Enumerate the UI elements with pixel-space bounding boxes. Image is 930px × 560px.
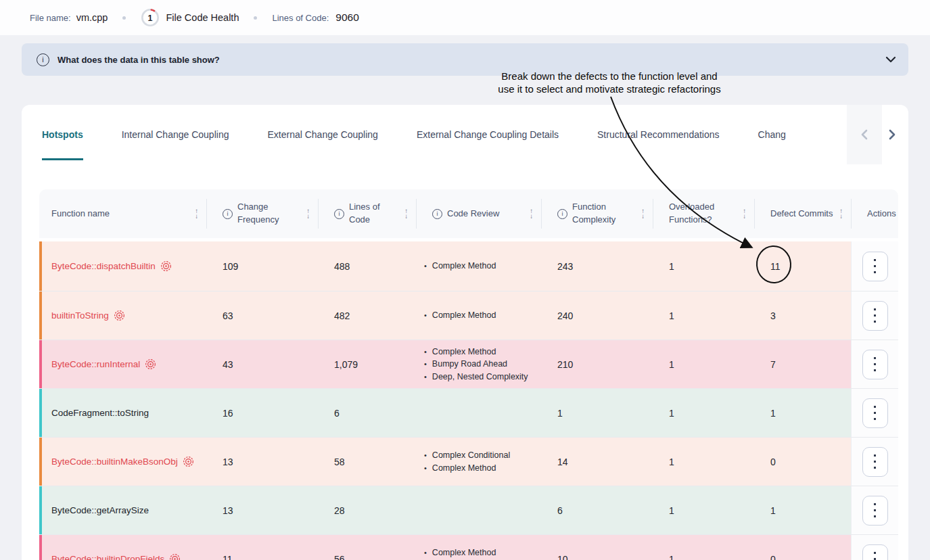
- code-review-issues: •Complex Method: [424, 310, 496, 321]
- row-actions-kebab-button[interactable]: [862, 252, 888, 281]
- code-review-cell: [416, 389, 541, 437]
- defect-commits-cell: 1: [754, 486, 851, 534]
- column-label-overloaded-functions: Overloaded Functions?: [669, 201, 734, 227]
- tab-external-change-coupling[interactable]: External Change Coupling: [267, 105, 377, 164]
- row-actions-kebab-button[interactable]: [862, 496, 888, 526]
- overloaded-functions-cell: 1: [653, 389, 754, 437]
- kebab-dot: [874, 321, 876, 323]
- function-name: CodeFragment::toString: [51, 408, 149, 418]
- function-name: ByteCode::getArraySize: [51, 505, 149, 515]
- column-header-overloaded-functions[interactable]: Overloaded Functions?↑↓: [653, 189, 754, 238]
- info-icon[interactable]: i: [223, 209, 233, 219]
- column-label-defect-commits: Defect Commits: [770, 208, 833, 220]
- actions-cell: [851, 486, 898, 534]
- hotspot-target-icon: [145, 358, 156, 370]
- row-actions-kebab-button[interactable]: [862, 301, 888, 331]
- function-name-cell: ByteCode::runInternal: [39, 340, 206, 388]
- defect-commits-cell: 7: [754, 340, 851, 388]
- function-complexity-cell: 1: [541, 389, 653, 437]
- code-review-issue-label: Complex Method: [432, 463, 496, 474]
- column-label-lines-of-code: Lines of Code: [349, 201, 400, 227]
- bullet-icon: •: [424, 450, 427, 461]
- actions-cell: [851, 291, 898, 340]
- column-label-actions: Actions: [867, 208, 896, 220]
- column-header-code-review[interactable]: iCode Review↑↓: [416, 189, 541, 238]
- kebab-dot: [874, 308, 876, 310]
- annotation-line-2: use it to select and motivate strategic …: [440, 83, 779, 95]
- chevron-left-icon: [860, 129, 868, 141]
- column-header-defect-commits[interactable]: Defect Commits↑↓: [754, 189, 851, 238]
- kebab-dot: [874, 271, 876, 273]
- actions-cell: [851, 241, 898, 291]
- sort-down-icon: ↓: [195, 214, 198, 219]
- lines-of-code-cell: 488: [318, 241, 416, 291]
- overloaded-functions-cell: 1: [653, 291, 754, 340]
- lines-of-code-label: Lines of Code:: [272, 13, 329, 23]
- change-frequency-cell: 43: [206, 340, 318, 388]
- kebab-dot: [874, 418, 876, 420]
- function-name-cell: ByteCode::builtinDropFields: [39, 535, 206, 560]
- sort-icon[interactable]: ↑↓: [839, 208, 843, 219]
- kebab-dot: [874, 357, 876, 359]
- kebab-dot: [874, 461, 876, 463]
- lines-of-code-cell: 1,079: [318, 340, 416, 388]
- bullet-icon: •: [424, 358, 427, 370]
- tab-scroll-left-button[interactable]: [847, 105, 882, 164]
- sort-icon[interactable]: ↑↓: [641, 208, 645, 219]
- code-review-cell: •Complex Method: [416, 291, 541, 340]
- row-actions-kebab-button[interactable]: [862, 447, 888, 477]
- function-complexity-cell: 10: [541, 535, 653, 560]
- tab-external-change-coupling-details[interactable]: External Change Coupling Details: [417, 105, 559, 164]
- info-icon[interactable]: i: [432, 209, 442, 219]
- table-info-banner[interactable]: i What does the data in this table show?: [22, 43, 908, 76]
- kebab-dot: [874, 265, 876, 267]
- column-header-function-complexity[interactable]: iFunction Complexity↑↓: [541, 189, 653, 238]
- table-row-codefragment-tostring: CodeFragment::toString166111: [39, 388, 898, 437]
- hotspot-target-icon: [160, 260, 172, 272]
- tab-chang[interactable]: Chang: [758, 105, 786, 164]
- code-review-issue-label: Bumpy Road Ahead: [432, 358, 507, 370]
- row-actions-kebab-button[interactable]: [862, 544, 888, 560]
- bullet-icon: •: [424, 346, 427, 358]
- sort-icon[interactable]: ↑↓: [404, 208, 408, 219]
- change-frequency-cell: 13: [206, 438, 318, 486]
- column-header-lines-of-code[interactable]: iLines of Code↑↓: [318, 189, 416, 238]
- row-actions-kebab-button[interactable]: [862, 350, 888, 379]
- tab-hotspots[interactable]: Hotspots: [42, 105, 83, 164]
- change-frequency-cell: 16: [206, 389, 318, 437]
- row-actions-kebab-button[interactable]: [862, 398, 888, 428]
- sort-icon[interactable]: ↑↓: [743, 208, 746, 219]
- chevron-down-icon[interactable]: [885, 56, 896, 63]
- dot-separator-icon: [254, 16, 257, 20]
- code-review-issue: •Complex Method: [424, 260, 496, 272]
- code-review-cell: •Complex Method•Bumpy Road Ahead: [416, 535, 541, 560]
- sort-icon[interactable]: ↑↓: [530, 208, 533, 219]
- code-review-issue: •Complex Method: [424, 346, 528, 358]
- code-review-cell: •Complex Method: [416, 241, 541, 291]
- kebab-dot: [874, 467, 876, 469]
- column-header-change-frequency[interactable]: iChange Frequency↑↓: [206, 189, 318, 238]
- code-review-issue-label: Complex Method: [432, 346, 496, 358]
- code-review-cell: •Complex Method•Bumpy Road Ahead•Deep, N…: [416, 340, 541, 388]
- tab-structural-recommendations[interactable]: Structural Recommendations: [597, 105, 720, 164]
- actions-cell: [851, 535, 898, 560]
- overloaded-functions-cell: 1: [653, 535, 754, 560]
- overloaded-functions-cell: 1: [653, 438, 754, 486]
- actions-cell: [851, 389, 898, 437]
- lines-of-code-value: 9060: [335, 11, 358, 24]
- column-label-code-review: Code Review: [447, 208, 499, 220]
- column-header-function-name[interactable]: Function name↑↓: [39, 189, 206, 238]
- code-review-issue: •Complex Conditional: [424, 450, 510, 461]
- function-complexity-cell: 6: [541, 486, 653, 534]
- info-icon[interactable]: i: [334, 209, 344, 219]
- sort-icon[interactable]: ↑↓: [306, 208, 310, 219]
- sort-icon[interactable]: ↑↓: [195, 208, 198, 219]
- kebab-dot: [874, 363, 876, 365]
- tab-internal-change-coupling[interactable]: Internal Change Coupling: [122, 105, 229, 164]
- change-frequency-cell: 63: [206, 291, 318, 340]
- hotspot-target-icon: [169, 553, 181, 560]
- tab-scroll-right-button[interactable]: [882, 105, 908, 164]
- code-review-issue-label: Complex Method: [432, 547, 496, 559]
- change-frequency-cell: 109: [206, 241, 318, 291]
- info-icon[interactable]: i: [557, 209, 567, 219]
